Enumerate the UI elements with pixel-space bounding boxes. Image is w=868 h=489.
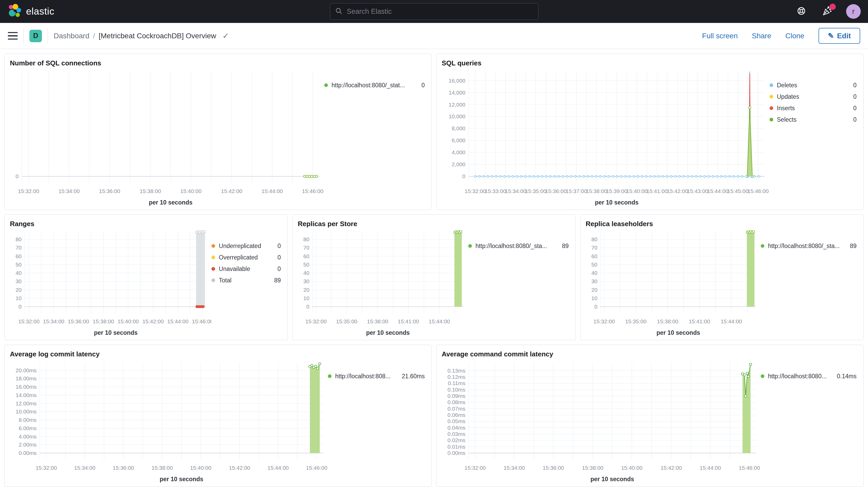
svg-text:15:36:00: 15:36:00 [113, 465, 134, 471]
legend-item[interactable]: Inserts0 [770, 102, 857, 114]
legend-value: 0 [278, 266, 281, 273]
sql-connections-chart[interactable]: 015:32:0015:34:0015:36:0015:38:0015:40:0… [10, 67, 324, 207]
panel-avg-command-commit-latency: Average command commit latency 0.00ms0.0… [436, 345, 864, 487]
svg-text:0.00ms: 0.00ms [447, 450, 465, 456]
legend-item[interactable]: http://localhost:8080...0.14ms [761, 370, 857, 382]
brand-name: elastic [26, 6, 54, 17]
help-button[interactable] [794, 4, 809, 19]
title-check-icon[interactable]: ✓ [222, 31, 229, 40]
avg-command-commit-latency-chart[interactable]: 0.00ms0.01ms0.02ms0.03ms0.04ms0.05ms0.06… [442, 359, 761, 483]
legend-item[interactable]: Selects0 [770, 114, 857, 125]
avg-log-commit-latency-chart[interactable]: 0.00ms2.00ms4.00ms6.00ms8.00ms10.00ms12.… [10, 359, 328, 483]
svg-text:10,000: 10,000 [449, 113, 465, 119]
svg-text:15:38:00: 15:38:00 [140, 188, 161, 194]
legend-value: 0 [853, 82, 857, 89]
legend-swatch-icon [770, 106, 773, 110]
elastic-brand[interactable]: elastic [7, 4, 54, 19]
legend-item[interactable]: Underreplicated0 [212, 240, 281, 252]
legend-item[interactable]: Unavailable0 [212, 263, 281, 275]
clone-button[interactable]: Clone [785, 32, 804, 40]
svg-text:20: 20 [591, 287, 597, 293]
svg-text:0.05ms: 0.05ms [447, 418, 465, 424]
chart-legend: http://localhost:808...21.60ms [328, 359, 426, 483]
legend-label: Deletes [777, 82, 797, 89]
svg-text:10: 10 [16, 295, 22, 301]
legend-item[interactable]: http://localhost:8080/_sta...89 [468, 240, 569, 252]
replicas-per-store-chart[interactable]: 0102030405060708015:32:0015:35:0015:38:0… [298, 228, 468, 337]
notification-dot [830, 4, 836, 10]
share-button[interactable]: Share [752, 32, 771, 40]
panel-title: Average log commit latency [10, 349, 426, 359]
svg-text:15:34:00: 15:34:00 [43, 318, 64, 324]
svg-text:15:44:00: 15:44:00 [268, 465, 289, 471]
edit-button[interactable]: ✎ Edit [818, 28, 860, 44]
svg-text:60: 60 [591, 253, 597, 259]
top-navbar: elastic [0, 0, 868, 23]
svg-text:0: 0 [307, 304, 310, 309]
svg-text:0.07ms: 0.07ms [447, 406, 465, 411]
panel-title: Average command commit latency [442, 349, 858, 359]
svg-text:8.00ms: 8.00ms [19, 417, 37, 423]
legend-item[interactable]: http://localhost:808...21.60ms [328, 370, 425, 382]
svg-text:per 10 seconds: per 10 seconds [160, 476, 203, 483]
legend-label: Updates [777, 93, 799, 100]
svg-text:4,000: 4,000 [452, 149, 465, 155]
legend-item[interactable]: Deletes0 [770, 80, 857, 91]
legend-item[interactable]: Updates0 [770, 91, 857, 102]
svg-text:4.00ms: 4.00ms [19, 433, 37, 439]
legend-swatch-icon [770, 118, 773, 121]
svg-text:15:43:00: 15:43:00 [687, 188, 708, 194]
full-screen-button[interactable]: Full screen [702, 32, 738, 40]
replica-leaseholders-chart[interactable]: 0102030405060708015:32:0015:35:0015:38:0… [586, 228, 761, 337]
newsfeed-button[interactable] [820, 4, 835, 19]
legend-label: Overreplicated [219, 254, 258, 261]
svg-text:15:34:00: 15:34:00 [504, 465, 525, 471]
svg-text:0.13ms: 0.13ms [447, 368, 465, 374]
user-avatar[interactable]: r [846, 4, 861, 19]
svg-text:70: 70 [16, 245, 22, 251]
legend-swatch-icon [468, 244, 472, 248]
svg-text:15:38:00: 15:38:00 [657, 318, 678, 324]
panel-title: Replicas per Store [298, 219, 570, 228]
legend-label: http://localhost:8080/_stat... [332, 82, 405, 89]
menu-icon[interactable] [8, 32, 18, 40]
svg-text:20.00ms: 20.00ms [16, 367, 37, 373]
svg-text:0: 0 [462, 173, 465, 179]
breadcrumb-dashboard-link[interactable]: Dashboard [54, 32, 89, 40]
chart-legend: http://localhost:8080/_sta...89 [468, 228, 570, 337]
legend-item[interactable]: http://localhost:8080/_stat...0 [324, 80, 425, 91]
sql-queries-chart[interactable]: 02,0004,0006,0008,00010,00012,00014,0001… [442, 67, 770, 207]
legend-item[interactable]: Total89 [212, 275, 281, 286]
svg-text:15:36:00: 15:36:00 [545, 188, 567, 194]
svg-text:15:35:00: 15:35:00 [625, 318, 646, 324]
pencil-icon: ✎ [828, 32, 834, 40]
legend-value: 89 [562, 243, 569, 250]
svg-text:60: 60 [303, 253, 309, 259]
legend-item[interactable]: Overreplicated0 [212, 252, 281, 263]
svg-text:80: 80 [303, 236, 309, 242]
legend-swatch-icon [212, 244, 215, 248]
legend-label: Selects [777, 116, 796, 123]
legend-swatch-icon [324, 83, 328, 87]
space-badge[interactable]: D [29, 30, 42, 42]
svg-text:14.00ms: 14.00ms [16, 392, 37, 398]
ranges-chart[interactable]: 0102030405060708015:32:0015:34:0015:36:0… [10, 228, 212, 337]
svg-text:6.00ms: 6.00ms [19, 425, 37, 431]
svg-text:per 10 seconds: per 10 seconds [149, 199, 192, 206]
legend-value: 0 [278, 254, 281, 261]
svg-text:15:38:00: 15:38:00 [93, 318, 114, 324]
svg-text:15:36:00: 15:36:00 [99, 188, 120, 194]
svg-text:15:32:00: 15:32:00 [18, 188, 39, 194]
svg-text:15:40:00: 15:40:00 [190, 465, 212, 471]
svg-text:70: 70 [303, 245, 309, 251]
legend-swatch-icon [212, 278, 215, 282]
search-input[interactable] [346, 7, 533, 16]
svg-text:16,000: 16,000 [449, 78, 465, 84]
global-search[interactable] [330, 3, 538, 20]
legend-label: http://localhost:8080/_sta... [475, 243, 547, 250]
legend-item[interactable]: http://localhost:8080/_sta...89 [761, 240, 857, 252]
svg-text:80: 80 [591, 236, 597, 242]
legend-label: Total [219, 277, 231, 284]
svg-text:15:46:00: 15:46:00 [302, 188, 323, 194]
svg-text:15:44:00: 15:44:00 [700, 465, 721, 471]
